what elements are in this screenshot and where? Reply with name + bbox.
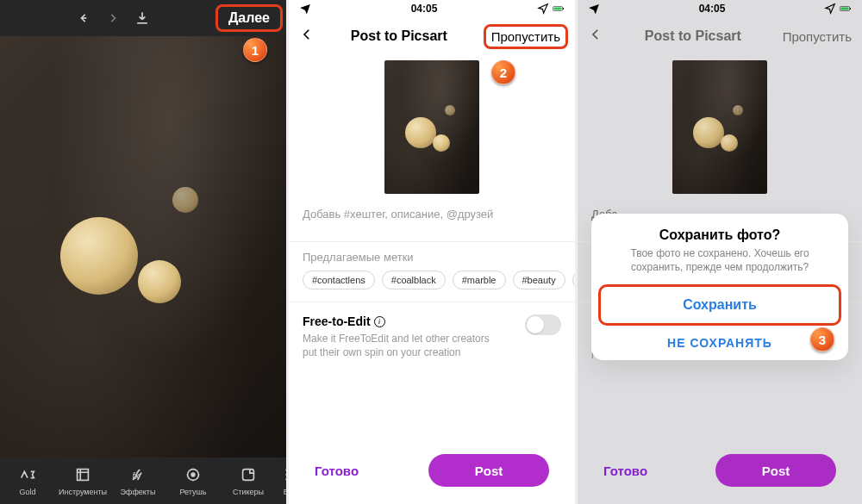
dialog-message: Твое фото не сохранено. Хочешь его сохра… <box>591 246 848 284</box>
fte-toggle[interactable] <box>525 314 561 335</box>
tag-chip[interactable]: #marble <box>453 271 506 289</box>
tag-chip[interactable]: #contactlens <box>303 271 375 289</box>
svg-rect-7 <box>563 8 564 9</box>
suggested-tags-label: Предлагаемые метки <box>289 242 575 271</box>
editor-toolbar: Gold Инструменты fxЭффекты Ретушь Стикер… <box>0 457 286 504</box>
tool-gold[interactable]: Gold <box>0 465 55 496</box>
editor-canvas[interactable] <box>0 36 286 457</box>
tool-instruments[interactable]: Инструменты <box>55 465 110 496</box>
svg-rect-0 <box>78 470 89 481</box>
location-icon <box>537 3 549 15</box>
suggested-tags: #contactlens #coalblack #marble #beauty … <box>289 271 575 289</box>
status-time: 04:05 <box>411 3 438 15</box>
battery-icon <box>553 3 565 15</box>
ios-status-bar: 04:05 <box>289 0 575 17</box>
tag-chip[interactable]: #beauty <box>513 271 565 289</box>
annotation-badge-2: 2 <box>491 60 515 84</box>
bottom-bar: Готово Post <box>289 454 575 487</box>
svg-rect-4 <box>243 470 254 481</box>
page-title: Post to Picsart <box>351 28 447 44</box>
undo-icon[interactable] <box>69 3 98 33</box>
fte-title: Free-to-Edit <box>303 314 371 328</box>
svg-point-3 <box>191 473 195 476</box>
next-button[interactable]: Далее <box>216 4 283 32</box>
image-thumbnail[interactable] <box>384 60 479 194</box>
annotation-badge-1: 1 <box>243 38 267 62</box>
editor-topbar: Далее <box>0 0 286 36</box>
info-icon[interactable]: i <box>374 316 385 327</box>
done-button[interactable]: Готово <box>315 464 359 478</box>
dialog-title: Сохранить фото? <box>591 214 848 246</box>
tool-retouch[interactable]: Ретушь <box>166 465 221 496</box>
tool-effects[interactable]: fxЭффекты <box>110 465 166 496</box>
tool-stickers[interactable]: Стикеры <box>221 465 276 496</box>
editor-panel: Далее Gold Инструменты fxЭффекты Ретушь … <box>0 0 286 504</box>
annotation-badge-3: 3 <box>810 327 834 352</box>
tag-chip[interactable]: #fist <box>572 271 575 289</box>
svg-text:fx: fx <box>133 471 141 481</box>
post-panel-dialog: 04:05 Post to Picsart Пропустить Доба Пр… <box>578 0 862 504</box>
free-to-edit-section: Free-to-Edit i Make it FreeToEdit and le… <box>289 302 575 359</box>
skip-button[interactable]: Пропустить <box>484 24 568 49</box>
post-button[interactable]: Post <box>428 454 549 487</box>
dialog-save-button[interactable]: Сохранить <box>598 284 841 326</box>
caption-input[interactable]: Добавь #хештег, описание, @друзей <box>289 194 575 229</box>
download-icon[interactable] <box>128 3 157 33</box>
tag-chip[interactable]: #coalblack <box>382 271 446 289</box>
svg-rect-6 <box>553 8 561 10</box>
post-header: Post to Picsart Пропустить <box>289 17 575 55</box>
redo-icon[interactable] <box>98 3 128 33</box>
post-panel: 04:05 Post to Picsart Пропустить Добавь … <box>289 0 575 504</box>
dialog-dont-save-button[interactable]: НЕ СОХРАНЯТЬ <box>591 326 848 360</box>
back-button[interactable] <box>299 27 315 46</box>
tool-more[interactable]: Вы <box>276 465 286 496</box>
airplane-icon <box>299 2 311 16</box>
fte-description: Make it FreeToEdit and let other creator… <box>303 332 501 359</box>
